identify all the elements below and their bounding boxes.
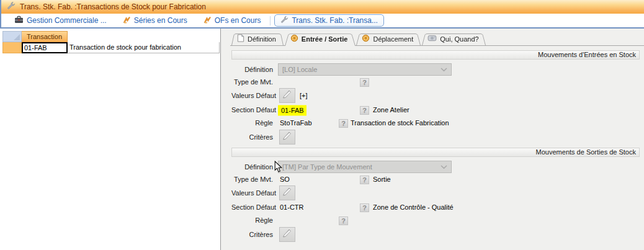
- field-row-regle: Règle ?: [231, 216, 640, 225]
- plus-indicator: [+]: [300, 88, 308, 103]
- progress-icon: [203, 16, 212, 25]
- dropdown-selected-value: [TM] Par Type de Mouvement: [279, 161, 441, 173]
- section-defaut-field-value[interactable]: 01-CTR: [280, 202, 304, 213]
- default-values-button[interactable]: [279, 88, 295, 103]
- gear-icon: [362, 34, 370, 43]
- field-label: Définition: [231, 161, 273, 173]
- grid-corner-cell[interactable]: [2, 31, 22, 42]
- field-row-type-mvt: Type de Mvt. ?: [231, 78, 640, 87]
- field-label: Valeurs Défaut: [231, 185, 273, 200]
- mdi-tab-trans-stk-fab[interactable]: Trans. Stk. Fab. :Transa...: [274, 14, 384, 27]
- tab-label: Définition: [248, 35, 276, 43]
- grid-column-header[interactable]: Transaction: [22, 31, 68, 42]
- field-row-type-mvt: Type de Mvt. SO ? Sortie: [231, 175, 640, 184]
- transaction-description-cell[interactable]: Transaction de stock pour fabrication: [68, 42, 220, 53]
- definition-dropdown[interactable]: [LO] Locale: [278, 63, 452, 76]
- tab-label: Déplacement: [373, 35, 413, 43]
- hand-edit-icon: [282, 88, 293, 103]
- tab-definition[interactable]: Définition: [231, 32, 284, 45]
- default-values-button[interactable]: [279, 185, 295, 200]
- field-description: Sortie: [373, 175, 391, 184]
- field-label: Type de Mvt.: [231, 175, 273, 184]
- detail-panel: Définition Entrée / Sortie Déplacement Q…: [221, 29, 644, 250]
- definition-dropdown[interactable]: [TM] Par Type de Mouvement: [278, 161, 452, 173]
- field-row-section-defaut: Section Défaut 01-CTR ? Zone de Contrôle…: [231, 202, 640, 213]
- table-row: 01-FAB Transaction de stock pour fabrica…: [2, 42, 220, 53]
- lookup-question-button[interactable]: ?: [339, 119, 348, 128]
- application-window: Trans. Stk. Fab. :Transactions de Stock …: [0, 0, 644, 250]
- page-icon: [237, 34, 244, 43]
- field-label: Règle: [231, 118, 273, 128]
- section-header: Mouvements d'Entrées en Stock: [231, 50, 640, 60]
- type-mvt-field-value[interactable]: SO: [280, 175, 290, 184]
- mdi-tab-label: Séries en Cours: [134, 16, 187, 25]
- hand-edit-icon: [282, 227, 293, 242]
- field-label: Critères: [231, 227, 273, 242]
- lookup-question-button[interactable]: ?: [360, 203, 369, 212]
- wrench-icon: [7, 1, 16, 12]
- section-sorties-stock: Mouvements de Sorties de Stock Définitio…: [231, 148, 640, 247]
- lookup-question-button[interactable]: ?: [360, 106, 369, 115]
- field-row-criteres: Critères: [231, 227, 640, 242]
- section-defaut-field-highlighted[interactable]: 01-FAB: [278, 105, 306, 115]
- toolbox-icon: [14, 16, 24, 25]
- mdi-tab-label: Trans. Stk. Fab. :Transa...: [292, 16, 378, 25]
- field-description: Transaction de stock Fabrication: [351, 118, 449, 128]
- field-label: Définition: [231, 63, 273, 76]
- corner-triangle-icon: [14, 34, 20, 40]
- cursor-icon: [274, 161, 282, 176]
- section-header: Mouvements de Sorties de Stock: [231, 148, 640, 157]
- criteria-button[interactable]: [279, 227, 295, 242]
- field-row-definition: Définition [LO] Locale: [231, 63, 640, 76]
- mdi-tab-strip: Gestion Commerciale ... Séries en Cours …: [0, 14, 644, 29]
- chevron-down-icon: [441, 68, 451, 72]
- dropdown-selected-value: [LO] Locale: [279, 63, 441, 76]
- tab-label: Qui, Quand?: [440, 35, 478, 43]
- mdi-tab-label: OFs en Cours: [215, 16, 261, 25]
- window-title-bar: Trans. Stk. Fab. :Transactions de Stock …: [0, 0, 644, 14]
- wrench-icon: [280, 16, 288, 25]
- field-row-regle: Règle StoTraFab ? Transaction de stock F…: [231, 118, 640, 128]
- lookup-question-button[interactable]: ?: [360, 78, 369, 87]
- row-selector-cell[interactable]: [2, 42, 22, 53]
- field-label: Type de Mvt.: [231, 78, 273, 87]
- field-label: Valeurs Défaut: [231, 88, 273, 103]
- progress-icon: [123, 16, 131, 25]
- tab-label: Entrée / Sortie: [302, 35, 348, 43]
- mdi-tab-series-en-cours[interactable]: Séries en Cours: [115, 14, 195, 27]
- field-row-valeurs-defaut: Valeurs Défaut [+]: [231, 88, 640, 103]
- chevron-down-icon: [441, 165, 451, 169]
- field-label: Section Défaut: [231, 105, 273, 115]
- tab-separator: [270, 16, 271, 25]
- field-label: Critères: [231, 130, 273, 145]
- field-description: Zone de Contrôle - Qualité: [373, 202, 454, 213]
- transaction-code-cell[interactable]: 01-FAB: [22, 42, 68, 53]
- mdi-tab-label: Gestion Commerciale ...: [27, 16, 107, 25]
- field-row-section-defaut: Section Défaut 01-FAB ? Zone Atelier: [231, 105, 640, 115]
- hand-edit-icon: [282, 130, 293, 145]
- mdi-tab-ofs-en-cours[interactable]: OFs en Cours: [195, 14, 269, 27]
- tab-entree-sortie[interactable]: Entrée / Sortie: [285, 32, 356, 45]
- detail-tab-bar: Définition Entrée / Sortie Déplacement Q…: [230, 33, 644, 46]
- tab-deplacement[interactable]: Déplacement: [356, 32, 421, 45]
- field-label: Section Défaut: [231, 202, 273, 213]
- field-row-valeurs-defaut: Valeurs Défaut: [231, 185, 640, 200]
- lookup-question-button[interactable]: ?: [339, 217, 348, 225]
- hand-edit-icon: [282, 185, 293, 200]
- gear-icon: [290, 34, 298, 43]
- grid-header-row: Transaction: [2, 31, 220, 42]
- field-label: Règle: [231, 216, 273, 225]
- section-entrees-stock: Mouvements d'Entrées en Stock Définition…: [231, 50, 640, 150]
- transaction-grid: Transaction 01-FAB Transaction de stock …: [2, 31, 220, 53]
- field-description: Zone Atelier: [373, 105, 409, 115]
- regle-field-value[interactable]: StoTraFab: [280, 118, 312, 128]
- left-panel: Transaction 01-FAB Transaction de stock …: [0, 29, 221, 250]
- lookup-question-button[interactable]: ?: [360, 176, 369, 184]
- tab-qui-quand[interactable]: Qui, Quand?: [422, 32, 486, 45]
- mdi-tab-gestion-commerciale[interactable]: Gestion Commerciale ...: [6, 14, 115, 27]
- field-row-definition: Définition [TM] Par Type de Mouvement: [231, 161, 640, 173]
- field-row-criteres: Critères: [231, 130, 640, 145]
- who-when-icon: [427, 35, 437, 43]
- criteria-button[interactable]: [279, 130, 295, 145]
- page-title: Trans. Stk. Fab. :Transactions de Stock …: [20, 2, 206, 11]
